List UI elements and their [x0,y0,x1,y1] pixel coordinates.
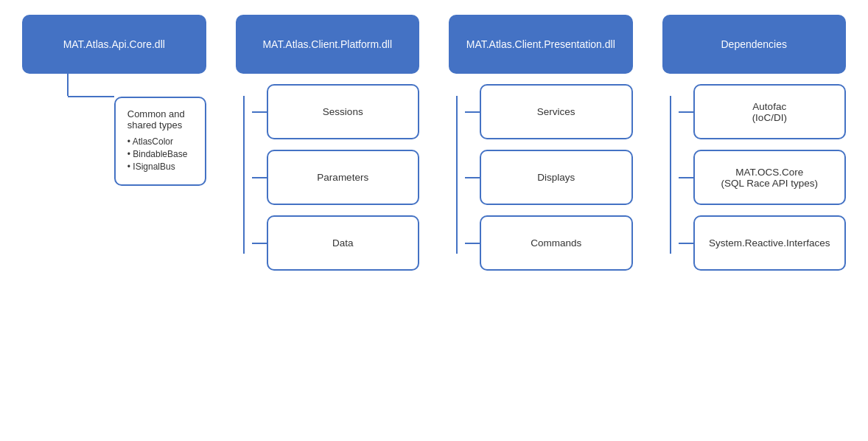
platform-sub-item-2-row: Data [252,215,420,271]
dependencies-sub-label-0: Autofac (IoC/DI) [752,101,787,123]
dependencies-sub-items-area: Autofac (IoC/DI) MAT.OCS.Core (SQL Race … [662,74,847,281]
dependencies-h-connector-0 [679,111,693,113]
presentation-sub-item-1-row: Displays [465,150,633,205]
header-client-presentation: MAT.Atlas.Client.Presentation.dll [449,15,633,74]
presentation-sub-box-1: Displays [480,150,633,205]
column-client-platform: MAT.Atlas.Client.Platform.dll Sessions [236,15,420,281]
presentation-h-connector-2 [465,243,480,244]
dependencies-sub-item-0-row: Autofac (IoC/DI) [679,84,847,139]
dependencies-h-connector-2 [679,243,693,244]
header-dependencies: Dependencies [662,15,847,74]
presentation-h-connector-1 [465,177,480,178]
platform-sub-box-1: Parameters [267,150,420,205]
header-api-core-label: MAT.Atlas.Api.Core.dll [63,38,165,50]
dependencies-sub-box-0: Autofac (IoC/DI) [693,84,847,139]
platform-sub-items-area: Sessions Parameters Data [236,74,420,281]
presentation-sub-items-area: Services Displays Commands [449,74,633,281]
presentation-sub-label-1: Displays [537,172,575,183]
platform-h-connector-2 [252,243,267,244]
dependencies-vert-line [670,96,671,254]
column-client-presentation: MAT.Atlas.Client.Presentation.dll Servic… [449,15,633,281]
header-api-core: MAT.Atlas.Api.Core.dll [22,15,206,74]
header-dependencies-label: Dependencies [721,38,787,50]
column-dependencies: Dependencies Autofac (IoC/DI) MAT.OC [662,15,847,281]
presentation-sub-box-0: Services [480,84,633,139]
platform-vert-line [243,96,245,254]
shared-types-title: Common and shared types [127,108,193,131]
presentation-sub-box-2: Commands [480,215,633,271]
platform-sub-item-1-row: Parameters [252,150,420,205]
platform-h-connector-0 [252,111,267,113]
presentation-sub-label-0: Services [537,106,575,117]
dependencies-sub-label-2: System.Reactive.Interfaces [709,237,830,249]
presentation-left-connector [449,74,465,281]
presentation-h-connector-0 [465,111,480,113]
dependencies-h-connector-1 [679,177,693,178]
header-client-platform-label: MAT.Atlas.Client.Platform.dll [262,38,392,50]
dependencies-sub-box-2: System.Reactive.Interfaces [693,215,847,271]
shared-type-item-2: ISignalBus [127,162,193,172]
platform-sub-item-0-row: Sessions [252,84,420,139]
platform-sub-items-list: Sessions Parameters Data [252,74,420,281]
dependencies-left-connector [662,74,679,281]
dependencies-sub-item-2-row: System.Reactive.Interfaces [679,215,847,271]
platform-sub-box-0: Sessions [267,84,420,139]
shared-types-list: AtlasColor BindableBase ISignalBus [127,136,193,172]
architecture-diagram: MAT.Atlas.Api.Core.dll Common and shared… [0,0,868,441]
dependencies-sub-item-1-row: MAT.OCS.Core (SQL Race API types) [679,150,847,205]
presentation-vert-line [456,96,458,254]
shared-type-item-1: BindableBase [127,149,193,159]
dependencies-sub-label-1: MAT.OCS.Core (SQL Race API types) [721,167,818,189]
dependencies-sub-box-1: MAT.OCS.Core (SQL Race API types) [693,150,847,205]
header-client-presentation-label: MAT.Atlas.Client.Presentation.dll [466,38,615,50]
presentation-sub-label-2: Commands [531,237,581,249]
platform-sub-label-2: Data [332,237,354,249]
v-line-col1 [67,74,69,96]
presentation-sub-item-2-row: Commands [465,215,633,271]
shared-types-box: Common and shared types AtlasColor Binda… [114,97,206,186]
dependencies-sub-items-list: Autofac (IoC/DI) MAT.OCS.Core (SQL Race … [679,74,847,281]
platform-sub-box-2: Data [267,215,420,271]
presentation-sub-item-0-row: Services [465,84,633,139]
shared-type-item-0: AtlasColor [127,136,193,147]
platform-sub-label-1: Parameters [317,172,368,183]
platform-sub-label-0: Sessions [323,106,363,117]
platform-left-connector [236,74,252,281]
presentation-sub-items-list: Services Displays Commands [465,74,633,281]
platform-h-connector-1 [252,177,267,178]
column-api-core: MAT.Atlas.Api.Core.dll Common and shared… [22,15,206,186]
header-client-platform: MAT.Atlas.Client.Platform.dll [236,15,420,74]
